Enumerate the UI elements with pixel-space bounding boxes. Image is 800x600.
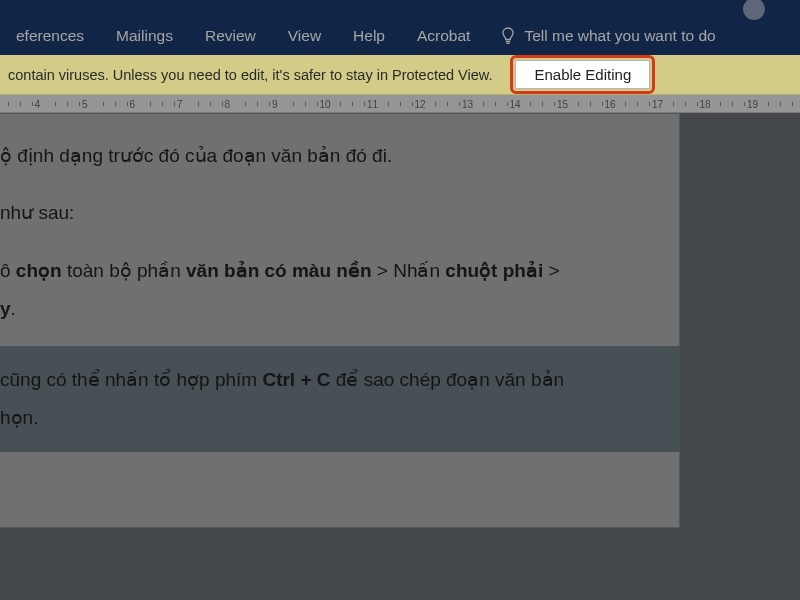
ruler-minor-tick — [127, 102, 128, 106]
body-text: ộ định dạng trước đó của đoạn văn bản đó… — [0, 141, 669, 170]
ruler-minor-tick — [530, 102, 531, 106]
ruler-minor-tick — [55, 102, 56, 106]
ruler-minor-tick — [495, 102, 496, 106]
tab-mailings[interactable]: Mailings — [100, 21, 189, 51]
ruler-minor-tick — [115, 102, 116, 106]
tab-view[interactable]: View — [272, 21, 337, 51]
ruler-minor-tick — [340, 102, 341, 106]
ruler-minor-tick — [305, 102, 306, 106]
ruler-minor-tick — [245, 102, 246, 106]
ruler-minor-tick — [649, 102, 650, 106]
ruler-minor-tick — [459, 102, 460, 106]
tab-review[interactable]: Review — [189, 21, 272, 51]
ruler-minor-tick — [780, 102, 781, 106]
ruler-tick: 16 — [605, 95, 616, 113]
ruler-minor-tick — [720, 102, 721, 106]
ruler-minor-tick — [364, 102, 365, 106]
account-area — [743, 0, 765, 18]
tell-me-search[interactable]: Tell me what you want to do — [486, 21, 729, 51]
tab-acrobat[interactable]: Acrobat — [401, 21, 486, 51]
selected-text-block: cũng có thể nhấn tổ hợp phím Ctrl + C để… — [0, 346, 680, 452]
ruler-tick: 10 — [320, 95, 331, 113]
protected-view-message: contain viruses. Unless you need to edit… — [8, 67, 492, 83]
enable-editing-button[interactable]: Enable Editing — [515, 60, 650, 89]
ruler-tick: 4 — [35, 95, 41, 113]
ruler-minor-tick — [542, 102, 543, 106]
ruler-tick: 9 — [272, 95, 278, 113]
ruler-minor-tick — [625, 102, 626, 106]
ruler-tick: 12 — [415, 95, 426, 113]
ruler-minor-tick — [150, 102, 151, 106]
ruler-tick: 5 — [82, 95, 88, 113]
ruler-minor-tick — [554, 102, 555, 106]
ruler-minor-tick — [602, 102, 603, 106]
enable-editing-highlight: Enable Editing — [510, 55, 655, 94]
ruler-minor-tick — [637, 102, 638, 106]
body-step-line2: y. — [0, 294, 669, 323]
ruler-tick: 11 — [367, 95, 378, 113]
selected-line1: cũng có thể nhấn tổ hợp phím Ctrl + C để… — [0, 365, 670, 394]
ruler-minor-tick — [447, 102, 448, 106]
ruler-tick: 8 — [225, 95, 231, 113]
ruler-minor-tick — [210, 102, 211, 106]
ruler-minor-tick — [578, 102, 579, 106]
ruler-tick: 19 — [747, 95, 758, 113]
ruler-minor-tick — [198, 102, 199, 106]
ruler-tick: 14 — [510, 95, 521, 113]
ruler-minor-tick — [222, 102, 223, 106]
ruler-minor-tick — [435, 102, 436, 106]
avatar[interactable] — [743, 0, 765, 20]
ruler-minor-tick — [590, 102, 591, 106]
ruler-minor-tick — [293, 102, 294, 106]
ruler-minor-tick — [257, 102, 258, 106]
ruler-tick: 7 — [177, 95, 183, 113]
tab-references[interactable]: eferences — [0, 21, 100, 51]
ruler-minor-tick — [697, 102, 698, 106]
ruler-tick: 13 — [462, 95, 473, 113]
ruler-minor-tick — [20, 102, 21, 106]
ruler-tick: 18 — [700, 95, 711, 113]
body-text: như sau: — [0, 198, 669, 227]
ruler-tick: 17 — [652, 95, 663, 113]
ruler-minor-tick — [400, 102, 401, 106]
ruler-minor-tick — [685, 102, 686, 106]
document-page[interactable]: ộ định dạng trước đó của đoạn văn bản đó… — [0, 113, 680, 528]
ruler-minor-tick — [412, 102, 413, 106]
ruler-tick: 6 — [130, 95, 136, 113]
document-area: ộ định dạng trước đó của đoạn văn bản đó… — [0, 113, 800, 600]
ruler-minor-tick — [388, 102, 389, 106]
tab-help[interactable]: Help — [337, 21, 401, 51]
selected-line2: họn. — [0, 403, 670, 432]
ruler-minor-tick — [269, 102, 270, 106]
ruler-minor-tick — [8, 102, 9, 106]
ruler-minor-tick — [744, 102, 745, 106]
ruler-minor-tick — [732, 102, 733, 106]
ruler-minor-tick — [32, 102, 33, 106]
lightbulb-icon — [500, 27, 516, 45]
protected-view-bar: contain viruses. Unless you need to edit… — [0, 55, 800, 95]
ruler-minor-tick — [79, 102, 80, 106]
ruler-minor-tick — [768, 102, 769, 106]
ruler-minor-tick — [352, 102, 353, 106]
ruler-minor-tick — [317, 102, 318, 106]
ruler-minor-tick — [507, 102, 508, 106]
ruler-minor-tick — [483, 102, 484, 106]
ribbon-tabs: eferences Mailings Review View Help Acro… — [0, 0, 800, 55]
ruler-minor-tick — [67, 102, 68, 106]
horizontal-ruler[interactable]: 345678910111213141516171819 — [0, 95, 800, 113]
ruler-minor-tick — [162, 102, 163, 106]
ruler-minor-tick — [673, 102, 674, 106]
body-step-line1: ô chọn toàn bộ phần văn bản có màu nền >… — [0, 256, 669, 285]
ruler-minor-tick — [792, 102, 793, 106]
ruler-minor-tick — [174, 102, 175, 106]
ruler-minor-tick — [103, 102, 104, 106]
tell-me-placeholder: Tell me what you want to do — [524, 27, 715, 45]
ruler-tick: 15 — [557, 95, 568, 113]
